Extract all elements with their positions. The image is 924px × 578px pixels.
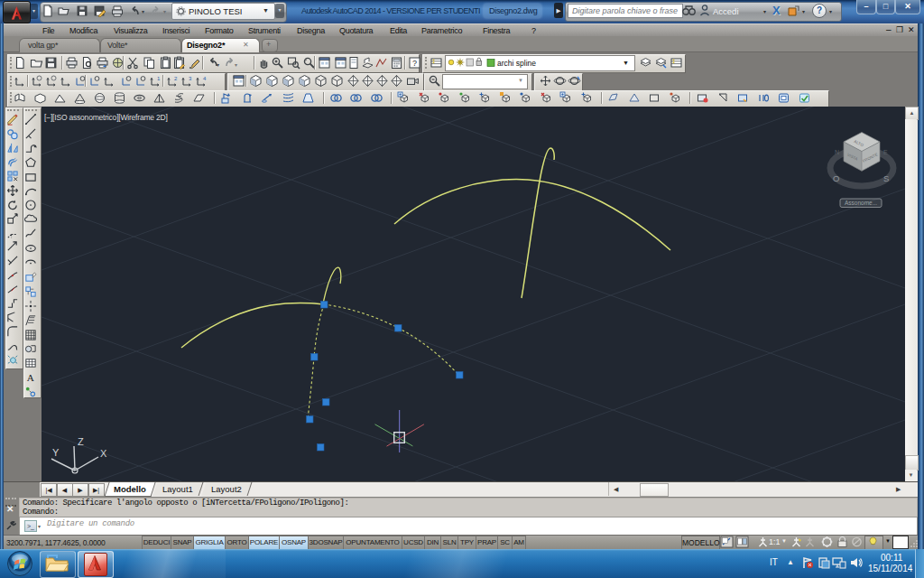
svg-text:X: X bbox=[100, 448, 107, 459]
svg-text:E: E bbox=[883, 149, 888, 155]
svg-text:Assonome...: Assonome... bbox=[845, 200, 877, 206]
svg-text:N: N bbox=[835, 149, 839, 155]
svg-text:A: A bbox=[27, 372, 34, 383]
svg-text:3: 3 bbox=[189, 76, 192, 81]
svg-text:Y: Y bbox=[52, 447, 60, 458]
svg-text:O: O bbox=[833, 173, 839, 183]
svg-text:1: 1 bbox=[157, 76, 161, 81]
svg-text:2: 2 bbox=[174, 76, 178, 81]
svg-text:S: S bbox=[883, 173, 889, 183]
svg-text:Z: Z bbox=[78, 436, 84, 447]
svg-text:?: ? bbox=[412, 59, 417, 68]
svg-text:4: 4 bbox=[203, 76, 207, 81]
